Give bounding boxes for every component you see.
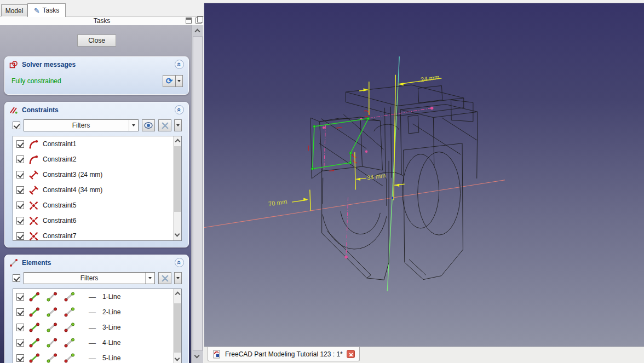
element-startpoint-icon	[46, 337, 59, 348]
element-label: 1-Line	[102, 293, 120, 301]
constraint-checkbox[interactable]	[16, 232, 24, 240]
dimension-24mm-label: 24 mm	[420, 73, 440, 83]
element-checkbox[interactable]	[16, 308, 24, 316]
constraints-scrollbar[interactable]	[173, 136, 181, 240]
element-row[interactable]: —1-Line	[13, 289, 181, 304]
elements-settings-button[interactable]	[158, 272, 171, 284]
elements-filter-combo[interactable]: Filters	[24, 272, 155, 284]
float-panel-icon[interactable]	[196, 18, 202, 24]
elements-scrollbar[interactable]	[173, 289, 181, 363]
constraint-label: Constraint2	[43, 155, 76, 163]
coincident-constraint-icon	[28, 216, 38, 226]
scroll-down-icon[interactable]	[194, 353, 200, 359]
constraint-checkbox[interactable]	[16, 186, 24, 194]
constraint-label: Constraint1	[43, 140, 76, 148]
constraint-row[interactable]: Constraint6	[13, 213, 181, 228]
element-row[interactable]: —2-Line	[13, 304, 181, 320]
combo-view-tabbar: Model ✎ Tasks	[0, 3, 204, 16]
3d-wireframe-view[interactable]: 24 mm 34 mm 70 mm	[204, 3, 644, 347]
constraint-row[interactable]: Constraint4 (34 mm)	[13, 182, 181, 198]
scroll-up-icon[interactable]	[175, 139, 180, 145]
scroll-up-icon[interactable]	[195, 29, 200, 34]
solver-status: Fully constrained	[12, 77, 61, 85]
element-row[interactable]: —3-Line	[13, 320, 181, 335]
close-document-icon[interactable]	[347, 350, 355, 358]
scroll-down-icon[interactable]	[175, 356, 180, 361]
solver-messages-title: Solver messages	[22, 61, 76, 68]
elements-section: Elements « Filters	[4, 255, 189, 363]
element-startpoint-icon	[46, 353, 59, 363]
dimension-arrowheads	[303, 83, 404, 201]
auto-update-dropdown[interactable]	[175, 75, 183, 87]
constraint-checkbox[interactable]	[16, 201, 24, 209]
collapse-elements-button[interactable]: «	[175, 258, 184, 267]
constraint-label: Constraint7	[43, 232, 76, 240]
freecad-window: Model ✎ Tasks Tasks Close Solver me	[0, 0, 644, 363]
chevron-down-icon[interactable]	[145, 273, 154, 284]
filter-settings-icon	[161, 122, 169, 130]
element-edge-icon	[28, 291, 42, 302]
dock-panel-icon[interactable]	[186, 18, 192, 24]
element-label: 2-Line	[102, 308, 120, 316]
3d-viewport[interactable]: 24 mm 34 mm 70 mm	[204, 3, 644, 347]
element-endpoint-icon	[64, 337, 77, 348]
distance-constraint-icon	[28, 170, 38, 180]
constraint-label: Constraint5	[43, 201, 76, 209]
elements-filter-label: Filters	[81, 274, 99, 282]
elements-settings-dropdown[interactable]	[174, 272, 182, 284]
constraints-section: Constraints « Filters	[4, 102, 189, 247]
constraints-filter-label: Filters	[72, 122, 90, 129]
constraint-checkbox[interactable]	[16, 171, 24, 178]
constraint-row[interactable]: Constraint7	[13, 228, 181, 241]
chevron-down-icon[interactable]	[129, 120, 138, 131]
element-label: 5-Line	[102, 354, 120, 362]
freecad-document-icon	[212, 350, 221, 359]
solver-messages-icon	[9, 60, 18, 69]
element-checkbox[interactable]	[16, 324, 24, 331]
elements-title: Elements	[22, 259, 51, 267]
constraints-list: Constraint1Constraint2Constraint3 (24 mm…	[13, 136, 182, 241]
element-endpoint-icon	[64, 353, 77, 363]
element-checkbox[interactable]	[16, 293, 24, 301]
element-checkbox[interactable]	[16, 339, 24, 347]
collapse-constraints-button[interactable]: «	[175, 105, 184, 114]
constraint-row[interactable]: Constraint1	[13, 136, 181, 152]
coincident-constraint-icon	[28, 200, 38, 210]
constraint-row[interactable]: Constraint5	[13, 198, 181, 213]
constraint-row[interactable]: Constraint3 (24 mm)	[13, 167, 181, 182]
filter-settings-icon	[161, 274, 169, 283]
constraints-filter-checkbox[interactable]	[13, 122, 20, 129]
constraint-label: Constraint6	[43, 217, 76, 224]
show-hide-constraints-button[interactable]	[142, 119, 155, 131]
scroll-up-icon[interactable]	[175, 292, 180, 297]
constraints-settings-button[interactable]	[158, 119, 171, 131]
constraint-row[interactable]: Constraint2	[13, 152, 181, 167]
element-edge-icon	[28, 337, 42, 348]
distance-constraint-icon	[28, 185, 38, 195]
element-edge-icon	[28, 322, 42, 333]
collapse-solver-button[interactable]: «	[175, 60, 184, 69]
scroll-down-icon[interactable]	[175, 232, 180, 237]
tab-tasks[interactable]: ✎ Tasks	[27, 3, 66, 17]
tasks-panel-body: Close Solver messages « Fully constraine…	[0, 25, 191, 363]
tab-model[interactable]: Model	[1, 4, 27, 16]
element-checkbox[interactable]	[16, 354, 24, 362]
element-row[interactable]: —5-Line	[13, 350, 181, 363]
document-tab[interactable]: FreeCAD Part Modeling Tutorial 123 : 1*	[208, 347, 360, 361]
element-startpoint-icon	[46, 307, 59, 318]
constraints-filter-combo[interactable]: Filters	[24, 119, 139, 131]
dash-icon: —	[89, 339, 96, 347]
constraint-label: Constraint4 (34 mm)	[43, 186, 102, 194]
panel-scrollbar[interactable]	[191, 25, 203, 363]
dash-icon: —	[89, 293, 96, 301]
constraints-settings-dropdown[interactable]	[174, 119, 182, 131]
constraint-checkbox[interactable]	[16, 155, 24, 163]
constraint-checkbox[interactable]	[16, 217, 24, 224]
combo-view-panel: Model ✎ Tasks Tasks Close Solver me	[0, 0, 204, 363]
constraint-checkbox[interactable]	[16, 140, 24, 148]
element-row[interactable]: —4-Line	[13, 335, 181, 350]
element-edge-icon	[28, 353, 42, 363]
close-task-button[interactable]: Close	[77, 34, 116, 47]
auto-update-button[interactable]: ⟳	[163, 75, 176, 87]
elements-filter-checkbox[interactable]	[13, 274, 20, 282]
